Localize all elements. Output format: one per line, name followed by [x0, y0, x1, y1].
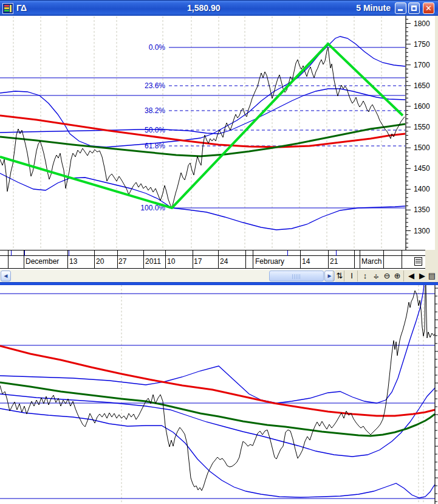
toolbar-divider — [333, 271, 334, 281]
fib-level-label: 0.0% — [149, 43, 166, 52]
date-separator — [8, 256, 9, 268]
data-marker-tick — [287, 250, 288, 256]
date-label: 21 — [330, 257, 338, 266]
date-tick — [193, 250, 193, 255]
date-label: 27 — [118, 257, 126, 266]
date-tick — [354, 250, 355, 255]
date-separator — [218, 256, 219, 268]
date-separator — [117, 256, 118, 268]
price-line — [0, 47, 405, 208]
date-tick — [245, 250, 246, 255]
price-axis-label: 1650 — [414, 81, 430, 90]
date-separator — [300, 256, 301, 268]
close-button[interactable]: ✕ — [423, 2, 434, 14]
last-price-title: 1,580.90 — [187, 3, 221, 13]
price-axis-label: 1300 — [414, 227, 430, 235]
date-separator — [143, 256, 144, 268]
app-window: ΓΔ 1,580.90 5 Minute ✕ 0.0%23.6%38.2%50.… — [0, 0, 438, 504]
price-axis-label: 1600 — [414, 102, 430, 111]
vertical-scale-icon[interactable]: ↕ — [360, 270, 370, 282]
price-line — [0, 285, 435, 491]
date-label: 24 — [220, 257, 228, 266]
bollinger-upper — [0, 36, 405, 147]
date-tick — [328, 250, 329, 255]
date-tick — [218, 250, 219, 255]
scrollbar-thumb[interactable] — [269, 271, 324, 281]
date-tick — [253, 250, 253, 255]
toolbar-divider — [357, 271, 358, 281]
fib-level-label: 50.0% — [145, 126, 165, 134]
date-separator — [94, 256, 95, 268]
data-window-icon[interactable]: ▤ — [427, 270, 437, 282]
date-separator — [328, 256, 329, 268]
fib-level-label: 23.6% — [145, 81, 165, 90]
date-label: December — [26, 257, 59, 266]
date-label: 13 — [69, 257, 77, 266]
date-label: February — [255, 257, 284, 266]
price-chart-panel[interactable]: 0.0%23.6%38.2%50.0%61.8%100.0%1800175017… — [0, 16, 438, 250]
date-label: March — [361, 257, 382, 266]
date-tick — [383, 250, 384, 255]
data-marker-tick — [69, 250, 69, 256]
date-label: 10 — [167, 257, 175, 266]
price-axis-label: 1400 — [414, 185, 430, 193]
date-separator — [402, 256, 402, 268]
x-axis-line — [0, 250, 438, 250]
text-cursor-icon[interactable]: I — [347, 270, 357, 282]
date-separator — [24, 256, 24, 268]
axis-corner-filler — [425, 250, 438, 270]
price-axis-label: 1550 — [414, 123, 430, 131]
scroll-right-icon[interactable]: ▶ — [417, 270, 427, 282]
maximize-button[interactable] — [408, 2, 420, 14]
date-separator — [245, 256, 246, 268]
date-tick — [300, 250, 301, 255]
zigzag-trendline — [0, 44, 403, 208]
timeframe-title: 5 Minute — [356, 3, 391, 13]
price-axis-label: 1700 — [414, 61, 430, 69]
bollinger-middle — [0, 388, 435, 457]
toolbar-divider — [403, 271, 404, 281]
indicator-chart-panel[interactable] — [0, 285, 438, 504]
chart-scroll-toolbar: ◄ ► ⇅I↕↔↕⊖⊕◀▶▤ — [0, 270, 438, 282]
price-axis-label: 1350 — [414, 205, 430, 214]
price-chart[interactable]: 0.0%23.6%38.2%50.0%61.8%100.0%1800175017… — [0, 16, 438, 250]
date-label: 2011 — [145, 257, 161, 266]
pan-icon[interactable]: ↔↕ — [371, 270, 381, 282]
zoom-in-icon[interactable]: ⊕ — [392, 270, 402, 282]
price-axis-label: 1450 — [414, 164, 430, 173]
symbol-title: ΓΔ — [16, 3, 27, 13]
title-bar[interactable]: ΓΔ 1,580.90 5 Minute ✕ — [0, 0, 438, 16]
price-axis-label: 1500 — [414, 143, 430, 152]
date-label: 14 — [302, 257, 310, 266]
window-chart-icon — [2, 3, 13, 14]
data-marker-tick — [11, 250, 12, 256]
date-tick — [94, 250, 95, 255]
scale-refresh-icon[interactable]: ⇅ — [335, 270, 344, 282]
price-axis-label: 1800 — [414, 19, 430, 28]
bollinger-upper — [0, 285, 424, 403]
date-tick — [117, 250, 118, 255]
scroll-left-button[interactable]: ◄ — [1, 271, 11, 281]
date-tick — [165, 250, 166, 255]
red-moving-average — [0, 346, 435, 416]
date-tick — [143, 250, 144, 255]
date-tick — [8, 250, 9, 255]
date-tick — [67, 250, 68, 255]
bollinger-lower — [0, 409, 435, 498]
data-sheet-icon[interactable] — [414, 257, 422, 266]
date-tick — [402, 250, 402, 255]
date-separator — [193, 256, 193, 268]
date-separator — [67, 256, 68, 268]
date-tick — [360, 250, 360, 255]
indicator-chart[interactable] — [0, 285, 438, 504]
date-separator — [165, 256, 166, 268]
fib-level-label: 38.2% — [145, 106, 165, 115]
scroll-left-icon[interactable]: ◀ — [406, 270, 416, 282]
data-marker-tick — [24, 250, 25, 256]
price-axis-label: 1750 — [414, 40, 430, 49]
date-separator — [360, 256, 360, 268]
minimize-button[interactable] — [395, 2, 406, 14]
zoom-out-icon[interactable]: ⊖ — [382, 270, 392, 282]
date-separator — [383, 256, 384, 268]
right-margin-strip — [435, 16, 438, 250]
